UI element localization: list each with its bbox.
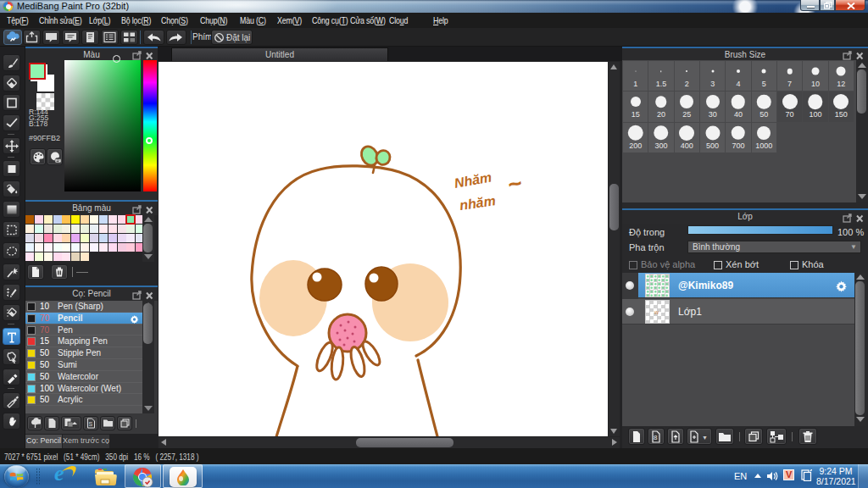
svg-text:Nhăm: Nhăm	[453, 169, 493, 190]
svg-text:~: ~	[505, 169, 524, 198]
svg-text:nhăm: nhăm	[459, 193, 497, 213]
svg-text:8: 8	[654, 434, 658, 441]
svg-text:S: S	[89, 421, 93, 427]
